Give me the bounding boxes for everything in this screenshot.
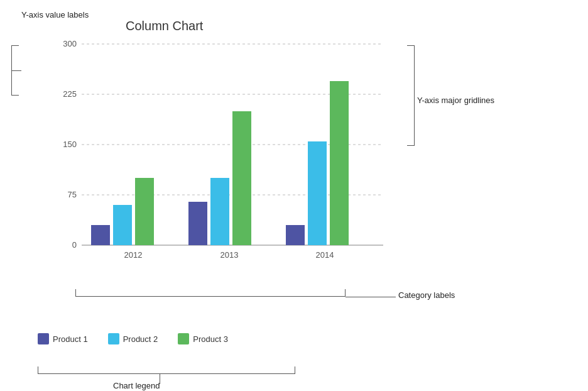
y-label-300: 300 bbox=[63, 39, 77, 48]
legend: Product 1 Product 2 Product 3 bbox=[38, 333, 228, 344]
y-label-75: 75 bbox=[68, 190, 77, 199]
gridlines-annotation: Y-axis major gridlines bbox=[417, 96, 494, 105]
chart-title: Column Chart bbox=[126, 19, 203, 33]
bar-2013-p1 bbox=[188, 202, 207, 245]
x-label-2013: 2013 bbox=[220, 250, 239, 260]
legend-swatch-p3 bbox=[178, 333, 189, 344]
x-label-2014: 2014 bbox=[316, 250, 334, 260]
legend-swatch-p2 bbox=[108, 333, 119, 344]
bar-2013-p2 bbox=[210, 178, 229, 245]
chart-svg: 300 225 150 75 0 2012 2013 2014 bbox=[50, 44, 415, 308]
legend-item-p1: Product 1 bbox=[38, 333, 88, 344]
category-line bbox=[346, 297, 396, 297]
legend-swatch-p1 bbox=[38, 333, 49, 344]
y-label-150: 150 bbox=[63, 140, 77, 149]
x-label-2012: 2012 bbox=[124, 250, 143, 260]
legend-label-p3: Product 3 bbox=[193, 334, 228, 344]
bar-2012-p1 bbox=[91, 225, 110, 245]
gridlines-bracket bbox=[407, 45, 415, 146]
bar-2012-p3 bbox=[135, 178, 154, 245]
legend-annotation: Chart legend bbox=[113, 381, 160, 390]
bar-2012-p2 bbox=[113, 205, 132, 245]
y-label-225: 225 bbox=[63, 89, 77, 99]
category-annotation: Category labels bbox=[398, 290, 455, 300]
legend-bracket bbox=[38, 366, 295, 374]
legend-label-p1: Product 1 bbox=[53, 334, 88, 344]
page: Column Chart 300 225 150 75 0 2012 bbox=[0, 0, 588, 391]
bar-2014-p1 bbox=[286, 225, 305, 245]
bar-2013-p3 bbox=[232, 111, 251, 245]
legend-item-p2: Product 2 bbox=[108, 333, 158, 344]
legend-item-p3: Product 3 bbox=[178, 333, 228, 344]
y-axis-annotation: Y-axis value labels bbox=[21, 10, 89, 19]
y-axis-bracket-line bbox=[11, 70, 21, 71]
bar-2014-p2 bbox=[308, 141, 327, 245]
bar-2014-p3 bbox=[330, 81, 349, 245]
category-bracket bbox=[75, 289, 346, 297]
y-label-0: 0 bbox=[72, 240, 77, 250]
legend-label-p2: Product 2 bbox=[123, 334, 158, 344]
